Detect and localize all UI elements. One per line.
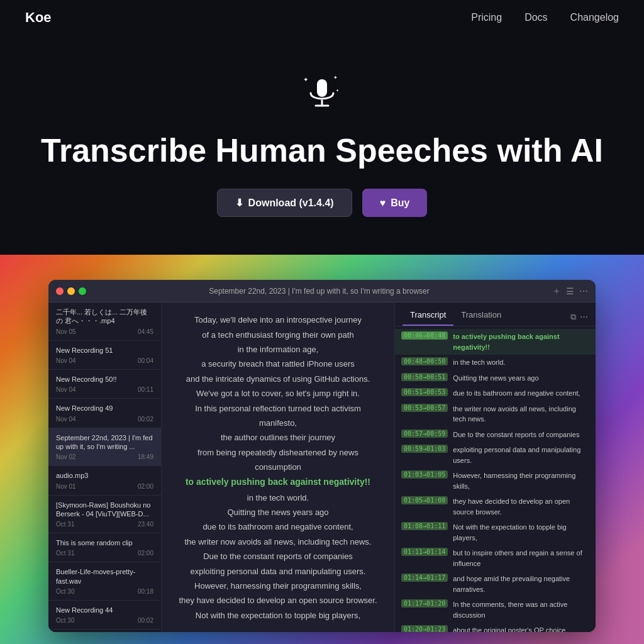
tab-transcript[interactable]: Transcript — [402, 308, 453, 326]
nav-docs[interactable]: Docs — [525, 12, 547, 23]
sidebar-item[interactable]: New Recording 44 Oct 30 00:02 — [48, 601, 161, 630]
sidebar-item[interactable]: 二千年... 若しくは... 二万年後の 君へ・・・.mp4 Nov 05 04… — [48, 303, 161, 341]
transcript-line: Due to the constant reports of companies — [174, 549, 382, 564]
row-text: Not with the expectation to topple big p… — [453, 522, 589, 543]
svg-text:✦: ✦ — [336, 89, 339, 92]
panel-actions: ⧉ ⋯ — [570, 308, 588, 326]
transcript-row[interactable]: 00:48→00:50 in the tech world. — [395, 355, 596, 370]
time-badge: 00:59→01:03 — [401, 445, 448, 453]
transcript-row[interactable]: 00:59→01:03 exploiting personal data and… — [395, 442, 596, 468]
nav-pricing[interactable]: Pricing — [471, 12, 502, 23]
hero-section: ✦ ✦ ✦ Transcribe Human Speeches with AI … — [0, 35, 644, 242]
transcript-row[interactable]: 00:51→00:53 due to its bathroom and nega… — [395, 386, 596, 401]
row-text: and hope amid the prevailing negative na… — [453, 574, 589, 594]
buy-button[interactable]: ♥ Buy — [362, 189, 428, 217]
sidebar-item[interactable]: New Recording 51 Nov 04 00:04 — [48, 341, 161, 370]
transcript-row[interactable]: 01:11→01:14 but to inspire others and re… — [395, 545, 596, 571]
tab-translation[interactable]: Translation — [453, 308, 509, 326]
transcript-line: and the intricate dynamics of using GitH… — [174, 372, 382, 386]
traffic-lights — [56, 287, 86, 295]
sidebar-date: Nov 04 — [56, 357, 76, 364]
sidebar-item[interactable]: This is some random clip Oct 31 02:00 — [48, 533, 161, 562]
sidebar-item-meta: Oct 30 00:02 — [56, 617, 153, 624]
add-icon[interactable]: ＋ — [552, 286, 561, 297]
menu-icon[interactable]: ☰ — [566, 286, 574, 296]
transcript-row[interactable]: 01:05→01:08 they have decided to develop… — [395, 494, 596, 519]
more-icon[interactable]: ⋯ — [579, 286, 588, 296]
svg-text:✦: ✦ — [333, 75, 338, 80]
sidebar-item[interactable]: audio.mp3 Nov 01 02:00 — [48, 466, 161, 495]
download-label: Download (v1.4.4) — [248, 197, 334, 209]
sidebar-item-title: September 22nd, 2023 | I'm fed up with i… — [56, 433, 153, 452]
sidebar-item-meta: Oct 31 02:00 — [56, 550, 153, 557]
svg-rect-3 — [317, 79, 327, 97]
row-text: Due to the constant reports of companies — [453, 430, 589, 440]
sidebar-item[interactable]: New Recording 49 Nov 04 00:02 — [48, 399, 161, 428]
time-badge: 00:50→00:51 — [401, 373, 448, 381]
sidebar-date: Oct 30 — [56, 617, 74, 624]
maximize-button[interactable] — [79, 287, 86, 295]
time-badge: 01:11→01:14 — [401, 548, 448, 556]
transcript-list: 00:46→00:48 to actively pushing back aga… — [395, 326, 596, 632]
sidebar-item-meta: Nov 01 02:00 — [56, 483, 153, 490]
sidebar-item-title: [Skymoon-Raws] Boushoku no Berserk - 04 … — [56, 501, 153, 519]
sidebar-date: Nov 04 — [56, 416, 76, 423]
sidebar-date: Nov 05 — [56, 328, 76, 335]
sidebar-duration: 00:18 — [138, 588, 153, 595]
copy-icon[interactable]: ⧉ — [570, 312, 576, 322]
transcript-row[interactable]: 00:57→00:59 Due to the constant reports … — [395, 427, 596, 443]
transcript-row[interactable]: 00:46→00:48 to actively pushing back aga… — [395, 329, 596, 355]
transcript-line: manifesto, — [174, 416, 382, 430]
time-badge: 01:08→01:11 — [401, 522, 448, 530]
transcript-line: in the information age, — [174, 342, 382, 357]
sidebar-item[interactable]: [Skymoon-Raws] Boushoku no Berserk - 04 … — [48, 496, 161, 534]
transcript-line: exploiting personal data and manipulatin… — [174, 564, 382, 579]
sidebar-item[interactable]: September 22nd, 2023 | I'm fed up with i… — [48, 428, 161, 467]
window-title: September 22nd, 2023 | I'm fed up with i… — [91, 287, 547, 296]
sidebar-item-meta: Nov 04 00:02 — [56, 416, 153, 423]
transcript-row[interactable]: 00:53→00:57 the writer now avoids all ne… — [395, 401, 596, 427]
transcript-row[interactable]: 01:17→01:20 In the comments, there was a… — [395, 597, 596, 623]
sidebar-item[interactable]: New Recording 43 Oct 29 00:24 — [48, 630, 161, 632]
sidebar-duration: 23:40 — [138, 521, 153, 528]
download-icon: ⬇ — [235, 197, 243, 209]
more-options-icon[interactable]: ⋯ — [580, 312, 588, 321]
right-panel-tabs: Transcript Translation ⧉ ⋯ — [395, 303, 596, 326]
sidebar-date: Oct 30 — [56, 588, 74, 595]
transcript-row[interactable]: 00:50→00:51 Quitting the news years ago — [395, 370, 596, 386]
download-button[interactable]: ⬇ Download (v1.4.4) — [217, 189, 352, 217]
sidebar-item-title: New Recording 50!! — [56, 375, 153, 384]
row-text: the writer now avoids all news, includin… — [453, 404, 589, 425]
sidebar-item-meta: Nov 02 18:49 — [56, 453, 153, 460]
sidebar-item[interactable]: New Recording 50!! Nov 04 00:11 — [48, 370, 161, 399]
transcript-row[interactable]: 01:14→01:17 and hope amid the prevailing… — [395, 571, 596, 597]
close-button[interactable] — [56, 287, 64, 295]
transcript-row[interactable]: 01:03→01:05 However, harnessing their pr… — [395, 468, 596, 494]
nav-changelog[interactable]: Changelog — [570, 12, 619, 23]
time-badge: 00:48→00:50 — [401, 357, 448, 365]
hero-buttons: ⬇ Download (v1.4.4) ♥ Buy — [217, 189, 428, 217]
row-text: exploiting personal data and manipulatin… — [453, 445, 589, 465]
time-badge: 01:20→01:23 — [401, 625, 448, 632]
transcript-row[interactable]: 01:08→01:11 Not with the expectation to … — [395, 519, 596, 545]
transcript-line: In this personal reflection turned tech … — [174, 401, 382, 416]
transcript-line: However, harnessing their programming sk… — [174, 579, 382, 593]
transcript-line: the author outlines their journey — [174, 430, 382, 445]
transcript-row[interactable]: 01:20→01:23 about the original poster's … — [395, 623, 596, 632]
logo: Koe — [25, 9, 52, 26]
sidebar-item-title: New Recording 44 — [56, 606, 153, 614]
row-text: about the original poster's OP choice — [453, 625, 589, 632]
sidebar-duration: 00:04 — [138, 357, 153, 364]
minimize-button[interactable] — [67, 287, 75, 295]
sidebar-duration: 02:00 — [138, 483, 153, 490]
mic-icon: ✦ ✦ ✦ — [302, 73, 342, 120]
sidebar-duration: 00:02 — [138, 416, 153, 423]
row-text: but to inspire others and regain a sense… — [453, 548, 589, 569]
sidebar-item[interactable]: Bueller-Life-moves-pretty-fast.wav Oct 3… — [48, 562, 161, 601]
title-bar: September 22nd, 2023 | I'm fed up with i… — [48, 280, 596, 303]
sidebar-date: Nov 01 — [56, 483, 76, 490]
sidebar-date: Nov 02 — [56, 453, 76, 460]
sidebar-duration: 02:00 — [138, 550, 153, 557]
row-text: in the tech world. — [453, 357, 589, 368]
nav-links: Pricing Docs Changelog — [471, 12, 619, 23]
